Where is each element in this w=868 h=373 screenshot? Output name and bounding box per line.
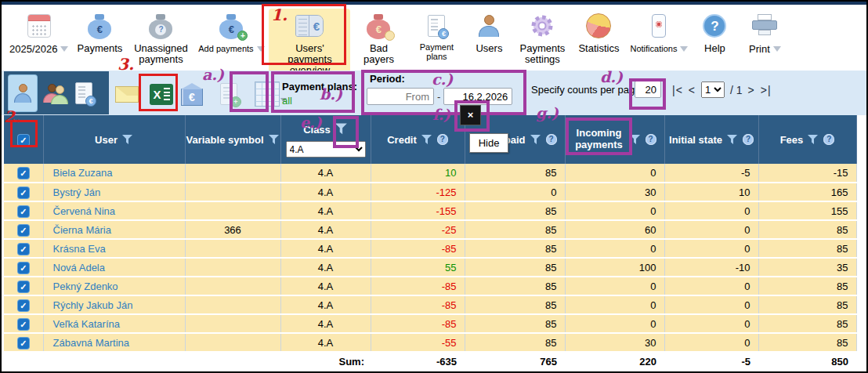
toolbar-item-unassigned-payments[interactable]: ? Unassigned payments: [128, 9, 193, 67]
help-badge-icon[interactable]: ?: [437, 134, 448, 145]
bank-payments-button[interactable]: €: [181, 82, 203, 106]
view-invoices-button[interactable]: €: [70, 75, 98, 111]
filler-cell: [856, 295, 868, 314]
toolbar-item-statistics[interactable]: Statistics: [573, 9, 624, 56]
column-header-initial-state[interactable]: Initial state ?: [664, 115, 758, 164]
payment-plans-filter[interactable]: Payment plans: all: [276, 74, 357, 107]
paid-cell: 85: [465, 295, 565, 314]
column-header-user[interactable]: User: [43, 115, 185, 164]
fees-cell: 85: [758, 239, 856, 258]
counts-per-page-input[interactable]: [635, 81, 661, 98]
row-select-checkbox[interactable]: ✓: [4, 258, 43, 277]
filter-icon[interactable]: [808, 135, 819, 145]
period-to-input[interactable]: [443, 88, 512, 105]
view-parents-button[interactable]: [39, 75, 67, 111]
paid-cell: 85: [465, 164, 565, 183]
toolbar-item-notifications[interactable]: Notifications: [624, 9, 693, 57]
table-row: ✓Bystrý Ján4.A-12503010165: [4, 183, 868, 201]
column-header-class[interactable]: Class 4.A: [280, 115, 371, 164]
column-header-incoming-payments[interactable]: Incoming payments ?: [565, 115, 664, 164]
class-cell: 4.A: [280, 239, 371, 258]
row-select-checkbox[interactable]: ✓: [4, 220, 43, 239]
user-link[interactable]: Krásna Eva: [53, 243, 106, 255]
toolbar-item-bad-payers[interactable]: € Bad payers: [350, 9, 407, 67]
user-link[interactable]: Čierna Mária: [53, 224, 111, 236]
toolbar-item-users-payments-overview[interactable]: € Users' payments overview: [269, 9, 350, 78]
filler-cell: [856, 239, 868, 258]
toolbar-item-print[interactable]: Print: [736, 9, 794, 57]
filter-icon[interactable]: [727, 135, 738, 145]
filter-icon[interactable]: [630, 135, 641, 145]
user-link[interactable]: Veľká Katarína: [53, 318, 120, 330]
filter-icon[interactable]: [122, 135, 133, 145]
class-cell: 4.A: [280, 295, 371, 314]
checkbox-checked-icon: ✓: [18, 187, 29, 198]
row-select-checkbox[interactable]: ✓: [4, 164, 43, 183]
column-header-credit[interactable]: Credit ?: [371, 115, 465, 164]
school-year-selector[interactable]: 2025/2026: [6, 9, 71, 57]
fees-cell: 85: [758, 314, 856, 333]
row-select-checkbox[interactable]: ✓: [4, 239, 43, 258]
row-select-checkbox[interactable]: ✓: [4, 201, 43, 220]
help-badge-icon[interactable]: ?: [823, 134, 834, 145]
sum-paid: 765: [465, 352, 565, 370]
help-badge-icon[interactable]: ?: [646, 134, 656, 145]
toolbar-item-add-payments[interactable]: €+ Add payments: [193, 9, 269, 57]
help-badge-icon[interactable]: ?: [546, 134, 557, 145]
select-all-checkbox[interactable]: ✓: [4, 115, 43, 164]
row-select-checkbox[interactable]: ✓: [4, 333, 43, 352]
page-select[interactable]: 1: [701, 81, 725, 98]
variable-symbol-cell: 366: [185, 220, 280, 239]
filter-icon[interactable]: [421, 135, 432, 145]
user-link[interactable]: Zábavná Martina: [53, 337, 130, 349]
row-select-checkbox[interactable]: ✓: [4, 183, 43, 201]
toolbar-item-payment-plans[interactable]: € Payment plans: [407, 9, 466, 63]
user-link[interactable]: Pekný Zdenko: [53, 281, 118, 292]
credit-cell: -85: [371, 295, 465, 314]
sum-incoming: 220: [565, 352, 664, 370]
toolbar-item-payments-settings[interactable]: Payments settings: [512, 9, 573, 67]
view-students-button[interactable]: [9, 75, 37, 111]
help-badge-icon[interactable]: ?: [743, 134, 754, 145]
row-select-checkbox[interactable]: ✓: [4, 277, 43, 295]
user-link[interactable]: Biela Zuzana: [53, 167, 113, 179]
hide-column-button[interactable]: ×: [460, 105, 481, 125]
toolbar-item-help[interactable]: ? Help: [693, 9, 736, 56]
user-link[interactable]: Červená Nina: [53, 205, 116, 217]
user-link[interactable]: Nová Adela: [53, 262, 106, 273]
incoming-payments-cell: 30: [565, 333, 664, 352]
toolbar-item-users[interactable]: Users: [466, 9, 512, 56]
table-row: ✓Biela Zuzana4.A10850-5-15: [4, 164, 868, 183]
counts-per-page-label: Specify counts per page:: [531, 84, 643, 96]
last-page-button[interactable]: >|: [761, 84, 772, 96]
export-excel-button[interactable]: X: [150, 84, 173, 105]
row-select-checkbox[interactable]: ✓: [4, 295, 43, 314]
table-header-row: ✓ User Variable symbol Class 4.A Credit …: [4, 115, 868, 164]
filter-icon[interactable]: [530, 135, 541, 145]
incoming-payments-cell: 0: [565, 239, 664, 258]
toolbar-item-payments[interactable]: € Payments: [71, 9, 128, 56]
first-page-button[interactable]: |<: [672, 84, 683, 96]
variable-symbol-cell: [185, 183, 280, 201]
prev-page-button[interactable]: <: [689, 84, 696, 96]
class-cell: 4.A: [280, 164, 371, 183]
next-page-button[interactable]: >: [748, 84, 755, 96]
variable-symbol-cell: [185, 277, 280, 295]
variable-symbol-cell: [185, 295, 280, 314]
filter-icon[interactable]: [335, 121, 348, 137]
fees-cell: 85: [758, 295, 856, 314]
table-body: ✓Biela Zuzana4.A10850-5-15✓Bystrý Ján4.A…: [4, 164, 868, 352]
user-link[interactable]: Rýchly Jakub Ján: [53, 299, 133, 311]
column-header-variable-symbol[interactable]: Variable symbol: [185, 115, 280, 164]
period-from-input[interactable]: [367, 88, 434, 105]
column-header-fees[interactable]: Fees ?: [758, 115, 856, 164]
class-filter-select[interactable]: 4.A: [286, 141, 366, 158]
sum-initial: -5: [664, 352, 758, 370]
row-select-checkbox[interactable]: ✓: [4, 314, 43, 333]
send-email-button[interactable]: [115, 86, 139, 103]
class-cell: 4.A: [280, 183, 371, 201]
filter-icon[interactable]: [269, 135, 280, 145]
user-link[interactable]: Bystrý Ján: [53, 186, 101, 198]
add-document-button[interactable]: +: [220, 83, 237, 105]
checkbox-checked-icon: ✓: [18, 135, 29, 146]
